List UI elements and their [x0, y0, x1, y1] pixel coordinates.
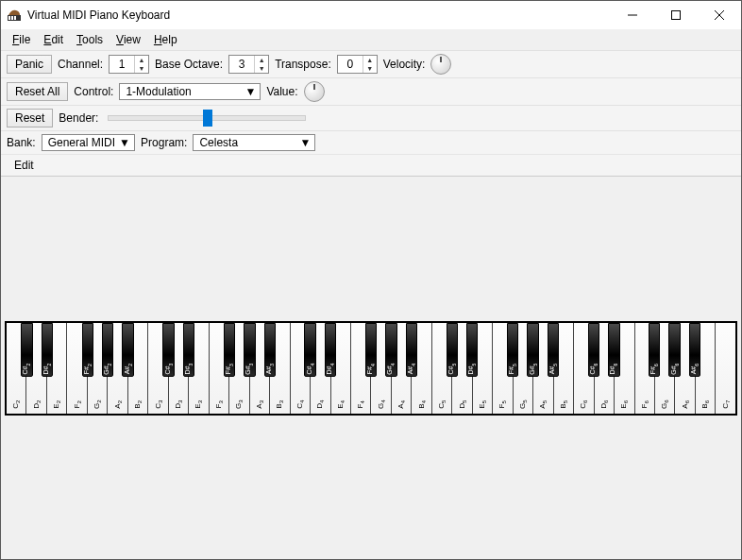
black-key-Csharp3[interactable]: C#3	[162, 323, 174, 378]
control-value: 1-Modulation	[123, 85, 244, 98]
black-key-Fsharp3[interactable]: F#3	[224, 323, 235, 378]
black-key-Dsharp5[interactable]: D#5	[466, 323, 478, 378]
bender-thumb[interactable]	[203, 110, 212, 127]
key-label: C#4	[306, 364, 314, 375]
black-key-Asharp5[interactable]: A#5	[548, 323, 559, 378]
black-key-Fsharp2[interactable]: F#2	[82, 323, 93, 378]
key-label: F3	[214, 400, 225, 408]
black-key-Gsharp3[interactable]: G#3	[244, 323, 255, 378]
program-dropdown[interactable]: Celesta▼	[193, 134, 315, 151]
black-key-Csharp5[interactable]: C#5	[447, 323, 458, 378]
black-key-Asharp2[interactable]: A#2	[122, 323, 133, 378]
menu-edit[interactable]: Edit	[38, 31, 69, 48]
black-key-Gsharp2[interactable]: G#2	[102, 323, 113, 378]
control-dropdown[interactable]: 1-Modulation▼	[119, 83, 261, 100]
svg-rect-3	[14, 16, 16, 20]
key-label: C#5	[447, 364, 456, 375]
key-label: E6	[619, 400, 630, 409]
bank-dropdown[interactable]: General MIDI▼	[42, 134, 135, 151]
key-label: C#6	[589, 364, 598, 375]
reset-button[interactable]: Reset	[7, 109, 53, 127]
key-label: A5	[538, 400, 548, 409]
channel-spinner[interactable]: ▲▼	[109, 55, 149, 74]
channel-down-icon[interactable]: ▼	[135, 64, 148, 73]
black-key-Fsharp4[interactable]: F#4	[365, 323, 377, 378]
black-key-Asharp4[interactable]: A#4	[406, 323, 417, 378]
maximize-button[interactable]	[654, 1, 698, 29]
value-knob[interactable]	[304, 81, 325, 102]
menu-file[interactable]: File	[7, 31, 36, 48]
black-key-Fsharp5[interactable]: F#5	[507, 323, 518, 378]
baseoctave-up-icon[interactable]: ▲	[255, 56, 268, 64]
key-label: C3	[153, 400, 163, 409]
transpose-input[interactable]	[338, 56, 363, 73]
black-key-Gsharp4[interactable]: G#4	[385, 323, 396, 378]
key-label: B6	[700, 400, 711, 409]
black-key-Csharp2[interactable]: C#2	[21, 323, 32, 378]
key-label: F#5	[508, 364, 516, 374]
key-label: D5	[457, 400, 467, 409]
black-key-Csharp6[interactable]: C#6	[588, 323, 599, 378]
transpose-label: Transpose:	[275, 58, 331, 71]
window-title: Virtual MIDI Piano Keyboard	[27, 8, 611, 22]
channel-up-icon[interactable]: ▲	[135, 56, 148, 64]
channel-label: Channel:	[58, 58, 103, 71]
key-label: D6	[599, 400, 610, 409]
baseoctave-input[interactable]	[229, 56, 254, 73]
baseoctave-spinner[interactable]: ▲▼	[228, 55, 269, 74]
velocity-knob[interactable]	[430, 54, 451, 75]
key-label: D2	[31, 400, 42, 409]
black-key-Dsharp4[interactable]: D#4	[325, 323, 336, 378]
panic-button[interactable]: Panic	[7, 55, 52, 74]
chevron-down-icon: ▼	[118, 136, 131, 149]
key-label: G5	[518, 399, 529, 409]
minimize-button[interactable]	[611, 1, 654, 29]
transpose-down-icon[interactable]: ▼	[363, 64, 377, 73]
channel-input[interactable]	[110, 56, 134, 73]
edit-button[interactable]: Edit	[7, 157, 42, 174]
bank-value: General MIDI	[45, 136, 118, 149]
black-key-Asharp3[interactable]: A#3	[264, 323, 276, 378]
black-key-Dsharp2[interactable]: D#2	[42, 323, 53, 378]
bank-label: Bank:	[7, 136, 36, 149]
black-key-Dsharp6[interactable]: D#6	[608, 323, 619, 378]
key-label: E2	[52, 400, 62, 409]
transpose-spinner[interactable]: ▲▼	[337, 55, 378, 74]
black-key-Fsharp6[interactable]: F#6	[649, 323, 660, 378]
black-key-Gsharp6[interactable]: G#6	[668, 323, 680, 378]
baseoctave-down-icon[interactable]: ▼	[255, 64, 268, 73]
key-label: G#2	[104, 363, 112, 374]
baseoctave-label: Base Octave:	[155, 58, 223, 71]
menu-help[interactable]: Help	[148, 31, 183, 48]
menu-view[interactable]: View	[110, 31, 146, 48]
black-key-Gsharp5[interactable]: G#5	[527, 323, 538, 378]
key-label: F#6	[650, 364, 659, 374]
key-label: G3	[234, 399, 245, 409]
key-label: C#2	[23, 364, 31, 375]
key-label: A6	[680, 400, 690, 409]
program-label: Program:	[141, 136, 187, 149]
black-key-Csharp4[interactable]: C#4	[304, 323, 315, 378]
key-label: D3	[174, 400, 184, 409]
key-label: B2	[133, 400, 143, 409]
key-label: A2	[112, 400, 123, 409]
transpose-up-icon[interactable]: ▲	[363, 56, 377, 64]
white-key-C7[interactable]: C7	[716, 323, 734, 414]
black-key-Asharp6[interactable]: A#6	[689, 323, 700, 378]
key-label: F#3	[225, 364, 233, 374]
key-label: F#4	[366, 364, 375, 374]
bender-slider[interactable]	[108, 115, 306, 121]
close-button[interactable]	[698, 1, 741, 29]
key-label: D#6	[610, 364, 618, 375]
key-label: E4	[335, 400, 346, 409]
key-label: F4	[356, 400, 366, 408]
titlebar: Virtual MIDI Piano Keyboard	[1, 1, 741, 29]
toolbar-program: Bank: General MIDI▼ Program: Celesta▼	[1, 130, 741, 154]
key-label: G2	[93, 399, 103, 409]
svg-rect-5	[672, 11, 681, 20]
key-label: A3	[255, 400, 265, 409]
menu-tools[interactable]: Tools	[71, 31, 109, 48]
black-key-Dsharp3[interactable]: D#3	[183, 323, 194, 378]
key-label: D#3	[184, 364, 193, 375]
resetall-button[interactable]: Reset All	[7, 82, 68, 101]
